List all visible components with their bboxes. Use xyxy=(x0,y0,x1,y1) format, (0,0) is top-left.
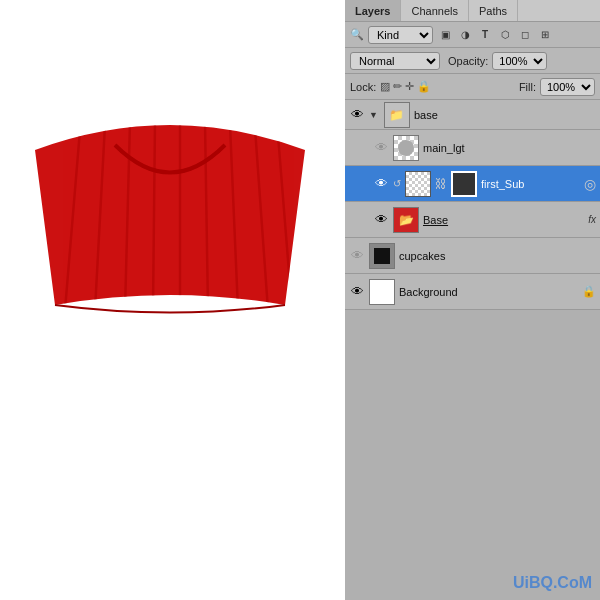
type-icon[interactable]: T xyxy=(477,27,493,43)
adjustment-icon[interactable]: ◑ xyxy=(457,27,473,43)
search-icon: 🔍 xyxy=(350,28,364,41)
layer-thumb-background xyxy=(369,279,395,305)
layer-name-base: base xyxy=(414,109,596,121)
smart-icon[interactable]: ◻ xyxy=(517,27,533,43)
toolbar-row2: Normal Opacity: 100% xyxy=(345,48,600,74)
visibility-eye-base[interactable]: 👁 xyxy=(349,107,365,123)
lock-label: Lock: xyxy=(350,81,376,93)
lock-transparent-icon[interactable]: ▨ xyxy=(380,80,390,93)
layer-name-main-lgt: main_lgt xyxy=(423,142,596,154)
toolbar-row1: 🔍 Kind ▣ ◑ T ⬡ ◻ ⊞ xyxy=(345,22,600,48)
lock-all-icon[interactable]: 🔒 xyxy=(417,80,431,93)
visibility-eye-cupcakes[interactable]: 👁 xyxy=(349,248,365,264)
canvas-area xyxy=(0,0,345,600)
layer-thumb-main-lgt xyxy=(393,135,419,161)
layer-item-base[interactable]: 👁 📂 Base fx xyxy=(345,202,600,238)
fill-select[interactable]: 100% xyxy=(540,78,595,96)
lock-paint-icon[interactable]: ✏ xyxy=(393,80,402,93)
tab-channels[interactable]: Channels xyxy=(401,0,468,21)
visibility-eye-background[interactable]: 👁 xyxy=(349,284,365,300)
cupcake-illustration xyxy=(20,120,320,420)
layer-item-first-sub[interactable]: 👁 ↺ ⛓ first_Sub ◎ xyxy=(345,166,600,202)
layer-thumb-base-layer: 📂 xyxy=(393,207,419,233)
lock-icon-background: 🔒 xyxy=(582,285,596,298)
group-arrow-base: ▼ xyxy=(369,110,378,120)
toolbar-row3: Lock: ▨ ✏ ✛ 🔒 Fill: 100% xyxy=(345,74,600,100)
layer-thumb-cupcakes xyxy=(369,243,395,269)
fill-label: Fill: xyxy=(519,81,536,93)
visibility-eye-main-lgt[interactable]: 👁 xyxy=(373,140,389,156)
visibility-eye-first-sub[interactable]: 👁 xyxy=(373,176,389,192)
opacity-select[interactable]: 100% xyxy=(492,52,547,70)
shape-icon[interactable]: ⬡ xyxy=(497,27,513,43)
layer-item-main-lgt[interactable]: 👁 main_lgt xyxy=(345,130,600,166)
lock-move-icon[interactable]: ✛ xyxy=(405,80,414,93)
layer-name-cupcakes: cupcakes xyxy=(399,250,596,262)
watermark: UiBQ.CoM xyxy=(345,566,600,600)
mask-thumb-first-sub xyxy=(451,171,477,197)
blend-mode-select[interactable]: Normal xyxy=(350,52,440,70)
layer-item-cupcakes[interactable]: 👁 cupcakes xyxy=(345,238,600,274)
fx-badge-base: fx xyxy=(588,214,596,225)
panels-area: Layers Channels Paths 🔍 Kind ▣ ◑ T ⬡ ◻ ⊞… xyxy=(345,0,600,600)
chain-icon-first-sub: ⛓ xyxy=(435,177,447,191)
refresh-icon-first-sub: ↺ xyxy=(393,178,401,189)
pixel-icon[interactable]: ▣ xyxy=(437,27,453,43)
layer-name-first-sub: first_Sub xyxy=(481,178,580,190)
lock-icons-group: ▨ ✏ ✛ 🔒 xyxy=(380,80,431,93)
layer-item-background[interactable]: 👁 Background 🔒 xyxy=(345,274,600,310)
kind-select[interactable]: Kind xyxy=(368,26,433,44)
layer-thumb-first-sub xyxy=(405,171,431,197)
tab-paths[interactable]: Paths xyxy=(469,0,518,21)
filter-icon[interactable]: ⊞ xyxy=(537,27,553,43)
opacity-label: Opacity: xyxy=(448,55,488,67)
layers-list: 👁 ▼ 📁 base 👁 main_lgt 👁 ↺ ⛓ first_Su xyxy=(345,100,600,566)
layer-group-base[interactable]: 👁 ▼ 📁 base xyxy=(345,100,600,130)
layer-thumb-base: 📁 xyxy=(384,102,410,128)
tabs-row: Layers Channels Paths xyxy=(345,0,600,22)
layer-name-background: Background xyxy=(399,286,578,298)
tab-layers[interactable]: Layers xyxy=(345,0,401,21)
layer-name-base-layer: Base xyxy=(423,214,584,226)
visibility-eye-base-layer[interactable]: 👁 xyxy=(373,212,389,228)
layer-options-icon-first-sub[interactable]: ◎ xyxy=(584,176,596,192)
